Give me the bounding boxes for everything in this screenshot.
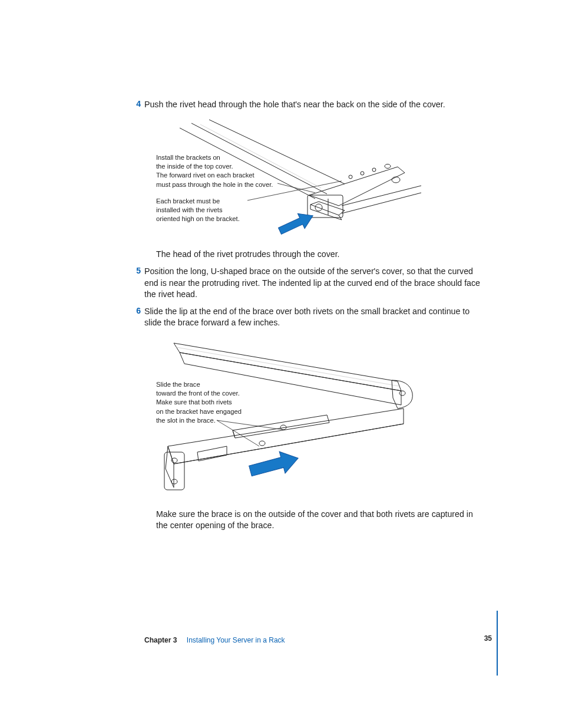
svg-point-25: [259, 441, 265, 446]
svg-line-16: [217, 420, 283, 430]
step-5: 5 Position the long, U-shaped brace on t…: [144, 266, 486, 300]
svg-point-10: [392, 177, 400, 183]
svg-point-19: [399, 391, 405, 396]
svg-line-4: [209, 120, 345, 184]
step-5-text: Position the long, U-shaped brace on the…: [144, 266, 486, 300]
step-6-number: 6: [133, 306, 141, 315]
figure-2: Slide the brace toward the front of the …: [144, 334, 486, 505]
svg-point-7: [361, 172, 364, 175]
footer-chapter-title: Installing Your Server in a Rack: [187, 636, 285, 644]
after-fig2-text: Make sure the brace is on the outside of…: [156, 509, 486, 531]
svg-line-18: [176, 347, 399, 386]
svg-point-22: [171, 479, 177, 484]
after-fig1-text: The head of the rivet protrudes through …: [156, 249, 486, 260]
svg-point-8: [372, 168, 376, 172]
svg-line-1: [247, 181, 342, 200]
svg-point-6: [349, 175, 352, 179]
footer-rule: [497, 611, 498, 676]
svg-point-9: [385, 164, 391, 169]
footer-page-number: 35: [484, 634, 492, 643]
figure-1-illustration: [144, 116, 486, 243]
svg-line-2: [180, 128, 315, 199]
figure-2-illustration: [144, 334, 486, 505]
step-5-number: 5: [133, 266, 141, 275]
svg-line-5: [200, 124, 321, 188]
content-area: 4 Push the rivet head through the hole t…: [144, 99, 486, 536]
step-6-text: Slide the lip at the end of the brace ov…: [144, 306, 486, 328]
document-page: 4 Push the rivet head through the hole t…: [0, 0, 562, 728]
page-footer: Chapter 3 Installing Your Server in a Ra…: [144, 634, 492, 670]
figure-1: Install the brackets on the inside of th…: [144, 116, 486, 243]
footer-chapter: Chapter 3: [144, 636, 177, 644]
step-6: 6 Slide the lip at the end of the brace …: [144, 306, 486, 328]
svg-line-17: [217, 420, 259, 446]
svg-line-3: [191, 123, 327, 194]
step-4: 4 Push the rivet head through the hole t…: [144, 99, 486, 110]
step-4-number: 4: [133, 99, 141, 108]
step-4-text: Push the rivet head through the hole tha…: [144, 99, 486, 110]
